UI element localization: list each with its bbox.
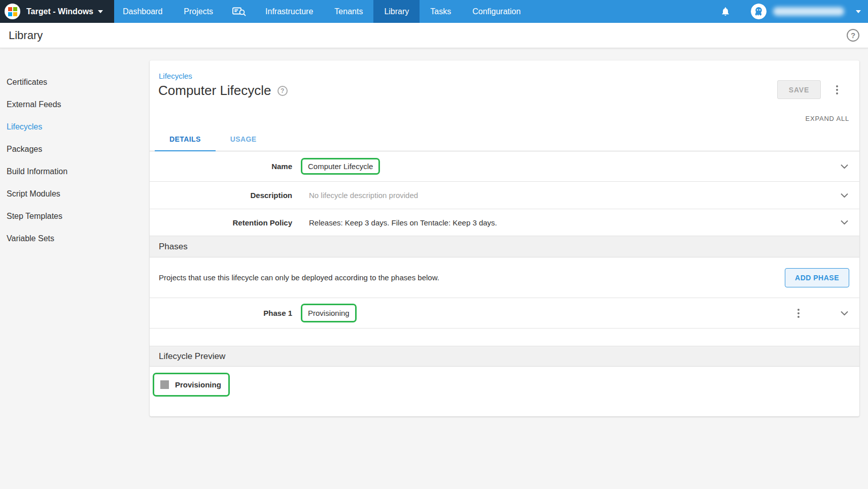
nav-item-library[interactable]: Library (373, 0, 420, 23)
sidebar-item-external-feeds[interactable]: External Feeds (7, 93, 83, 116)
field-row-description[interactable]: Description No lifecycle description pro… (150, 182, 859, 209)
card-header: Lifecycles Computer Lifecycle SAVE EXPAN… (150, 60, 859, 151)
lifecycle-title: Computer Lifecycle (158, 83, 271, 99)
phases-section-header: Phases (150, 236, 859, 257)
add-phase-button[interactable]: ADD PHASE (785, 268, 849, 287)
lifecycle-preview-header: Lifecycle Preview (150, 346, 859, 367)
annotation-highlight: Computer Lifecycle (301, 158, 380, 175)
field-row-name[interactable]: Name Computer Lifecycle (150, 151, 859, 182)
phase-name-value: Provisioning (308, 309, 350, 317)
phase-status-square-icon (160, 380, 169, 389)
phases-description-row: Projects that use this lifecycle can onl… (150, 257, 859, 298)
sidebar-item-script-modules[interactable]: Script Modules (7, 183, 83, 205)
sidebar-item-certificates[interactable]: Certificates (7, 71, 83, 93)
spaces-search-icon (232, 7, 246, 16)
retention-policy-value: Releases: Keep 3 days. Files on Tentacle… (309, 218, 497, 227)
sidebar-item-variable-sets[interactable]: Variable Sets (7, 227, 83, 250)
description-value: No lifecycle description provided (309, 191, 418, 200)
chevron-down-icon[interactable] (839, 309, 850, 317)
help-icon[interactable] (277, 86, 288, 96)
sidebar-item-build-information[interactable]: Build Information (7, 160, 83, 183)
phases-footer-row (150, 329, 859, 346)
name-value: Computer Lifecycle (308, 162, 373, 171)
nav-item-tasks[interactable]: Tasks (420, 0, 462, 23)
expand-all-button[interactable]: EXPAND ALL (805, 115, 849, 122)
page-title: Library (9, 29, 43, 42)
overflow-menu-icon[interactable] (833, 83, 841, 96)
tab-usage[interactable]: USAGE (216, 135, 271, 151)
main-area: Certificates External Feeds Lifecycles P… (0, 48, 868, 489)
annotation-highlight: Provisioning (301, 304, 357, 322)
nav-item-projects[interactable]: Projects (173, 0, 224, 23)
chevron-down-icon[interactable] (839, 218, 850, 227)
phase-overflow-menu-icon[interactable] (794, 307, 803, 320)
space-name: Target - Windows (26, 7, 93, 16)
nav-item-configuration[interactable]: Configuration (462, 0, 531, 23)
page-header: Library (0, 23, 868, 48)
nav-item-infrastructure[interactable]: Infrastructure (255, 0, 324, 23)
annotation-highlight: Provisioning (153, 373, 230, 397)
field-row-retention-policy[interactable]: Retention Policy Releases: Keep 3 days. … (150, 209, 859, 236)
phase-row[interactable]: Phase 1 Provisioning (150, 298, 859, 329)
nav-right (720, 0, 868, 23)
phases-description: Projects that use this lifecycle can onl… (159, 273, 439, 282)
lifecycle-preview-content: Provisioning (150, 367, 859, 413)
bell-icon[interactable] (720, 6, 731, 17)
chevron-down-icon[interactable] (839, 162, 850, 171)
octopus-avatar[interactable] (751, 4, 767, 19)
nav-item-dashboard[interactable]: Dashboard (112, 0, 173, 23)
sidebar-item-step-templates[interactable]: Step Templates (7, 205, 83, 227)
nav-links: Dashboard Projects Infrastructure Tenant… (112, 0, 531, 23)
nav-item-search[interactable] (224, 0, 255, 23)
card-actions: SAVE (777, 80, 841, 99)
save-button[interactable]: SAVE (777, 80, 821, 99)
chevron-down-icon (98, 10, 103, 13)
nav-item-tenants[interactable]: Tenants (324, 0, 373, 23)
sidebar-item-lifecycles[interactable]: Lifecycles (7, 116, 83, 138)
help-icon[interactable] (847, 29, 859, 42)
space-switcher[interactable]: Target - Windows (0, 0, 114, 23)
chevron-down-icon[interactable] (839, 191, 850, 200)
chevron-down-icon[interactable] (856, 10, 861, 13)
tab-details[interactable]: DETAILS (155, 135, 216, 151)
breadcrumb[interactable]: Lifecycles (159, 72, 192, 80)
lifecycle-card: Lifecycles Computer Lifecycle SAVE EXPAN… (150, 60, 859, 416)
preview-phase-name: Provisioning (175, 380, 221, 389)
microsoft-logo-icon (5, 4, 20, 19)
sidebar-item-packages[interactable]: Packages (7, 138, 83, 160)
library-sidebar: Certificates External Feeds Lifecycles P… (7, 71, 83, 250)
user-name-redacted[interactable] (773, 7, 844, 16)
tab-bar: DETAILS USAGE (155, 135, 271, 151)
top-nav: Target - Windows Dashboard Projects Infr… (0, 0, 868, 23)
